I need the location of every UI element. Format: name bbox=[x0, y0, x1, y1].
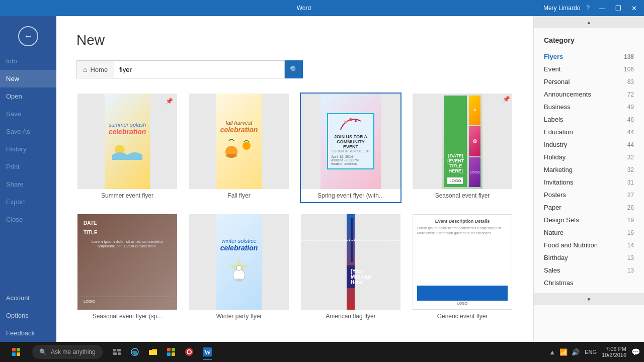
category-row-announcements[interactable]: Announcements 72 bbox=[534, 88, 644, 101]
category-name-christmas: Christmas bbox=[544, 279, 574, 287]
sidebar-item-close[interactable]: Close bbox=[0, 211, 56, 228]
template-card-seasonal2[interactable]: DATE TITLE Lorem ipsum dolor sit amet, c… bbox=[76, 213, 178, 324]
taskbar-app-task-view[interactable] bbox=[109, 344, 125, 360]
titlebar: Word Mery Limardo ? — ❐ ✕ bbox=[0, 0, 644, 16]
category-row-design-sets[interactable]: Design Sets 19 bbox=[534, 214, 644, 226]
svg-point-4 bbox=[243, 142, 251, 150]
category-row-business[interactable]: Business 49 bbox=[534, 101, 644, 113]
category-row-invitations[interactable]: Invitations 31 bbox=[534, 176, 644, 189]
svg-point-3 bbox=[225, 154, 237, 158]
category-count-personal: 83 bbox=[627, 78, 634, 85]
sidebar: ← Info New Open Save Save As History Pri… bbox=[0, 16, 56, 342]
svg-point-7 bbox=[355, 120, 357, 122]
category-name-labels: Labels bbox=[544, 116, 563, 123]
category-count-sales: 13 bbox=[627, 267, 634, 274]
sidebar-item-history[interactable]: History bbox=[0, 140, 56, 158]
sidebar-item-export[interactable]: Export bbox=[0, 193, 56, 211]
category-row-birthday[interactable]: Birthday 13 bbox=[534, 251, 644, 264]
sidebar-item-account[interactable]: Account bbox=[0, 289, 56, 307]
sidebar-item-open[interactable]: Open bbox=[0, 87, 56, 105]
taskbar-clock[interactable]: 7:06 PM 10/2/2016 bbox=[602, 346, 626, 358]
category-row-industry[interactable]: Industry 44 bbox=[534, 138, 644, 151]
template-card-spring[interactable]: JOIN US FOR A COMMUNITY EVENT LOREM IPSU… bbox=[300, 93, 401, 203]
taskbar-app-security[interactable] bbox=[181, 344, 197, 360]
sidebar-item-options[interactable]: Options bbox=[0, 307, 56, 324]
svg-rect-23 bbox=[172, 352, 175, 356]
category-row-nature[interactable]: Nature 16 bbox=[534, 226, 644, 239]
category-row-marketing[interactable]: Marketing 32 bbox=[534, 163, 644, 176]
category-name-flyers: Flyers bbox=[544, 53, 563, 60]
home-button[interactable]: ⌂ Home bbox=[76, 60, 114, 78]
category-name-event: Event bbox=[544, 65, 560, 73]
template-label-fall: Fall flyer bbox=[189, 189, 289, 202]
sidebar-item-print[interactable]: Print bbox=[0, 158, 56, 175]
template-card-fall[interactable]: fall harvest celebration bbox=[188, 93, 290, 203]
svg-rect-22 bbox=[167, 352, 171, 356]
home-icon: ⌂ bbox=[83, 65, 87, 73]
taskbar-app-store[interactable] bbox=[163, 344, 179, 360]
pin-icon-seasonal: 📌 bbox=[503, 96, 510, 103]
template-card-seasonal[interactable]: [DATE] [EVENT TITLE HERE] LOGO 🍦 � bbox=[412, 93, 513, 203]
category-row-personal[interactable]: Personal 83 bbox=[534, 75, 644, 88]
back-button[interactable]: ← bbox=[18, 26, 38, 46]
category-count-posters: 27 bbox=[627, 192, 634, 199]
taskbar-app-word[interactable]: W bbox=[199, 344, 215, 360]
category-row-sales[interactable]: Sales 13 bbox=[534, 264, 644, 277]
category-row-paper[interactable]: Paper 26 bbox=[534, 201, 644, 214]
template-label-flag: American flag flyer bbox=[301, 310, 400, 323]
taskbar-app-edge[interactable] bbox=[127, 344, 143, 360]
search-button[interactable]: 🔍 bbox=[285, 60, 303, 78]
search-input[interactable] bbox=[114, 60, 285, 78]
taskbar-app-file-explorer[interactable] bbox=[145, 344, 161, 360]
svg-point-6 bbox=[344, 121, 347, 124]
taskbar-search-box[interactable]: 🔍 Ask me anything bbox=[32, 345, 103, 359]
start-button[interactable] bbox=[4, 342, 28, 362]
restore-button[interactable]: ❐ bbox=[612, 4, 624, 13]
svg-rect-17 bbox=[117, 349, 121, 351]
category-row-flyers[interactable]: Flyers 138 bbox=[534, 50, 644, 63]
sidebar-item-new[interactable]: New bbox=[0, 70, 56, 87]
volume-icon[interactable]: 🔊 bbox=[572, 348, 580, 356]
template-label-generic: Generic event flyer bbox=[413, 310, 512, 323]
category-row-event[interactable]: Event 106 bbox=[534, 63, 644, 75]
category-count-nature: 16 bbox=[627, 229, 634, 236]
template-card-flag[interactable]: ★★★★★★★★★★★★★★★★★★★★★★★★★★★★★★★★★★★★★★★★… bbox=[300, 213, 401, 324]
category-row-labels[interactable]: Labels 46 bbox=[534, 113, 644, 126]
template-thumb-generic: Event Description Details Lorem ipsum do… bbox=[413, 214, 512, 310]
minimize-button[interactable]: — bbox=[596, 4, 608, 13]
category-row-holiday[interactable]: Holiday 32 bbox=[534, 151, 644, 163]
scroll-up-button[interactable]: ▲ bbox=[534, 16, 644, 28]
template-card-summer[interactable]: summer splash celebration 📌 Summer event… bbox=[76, 93, 178, 203]
taskbar-time: 7:06 PM bbox=[602, 346, 626, 352]
template-label-winter: Winter party flyer bbox=[189, 310, 289, 323]
template-card-generic[interactable]: Event Description Details Lorem ipsum do… bbox=[412, 213, 513, 324]
scroll-down-button[interactable]: ▼ bbox=[534, 293, 644, 305]
sidebar-item-feedback[interactable]: Feedback bbox=[0, 324, 56, 342]
sidebar-item-info[interactable]: Info bbox=[0, 52, 56, 70]
action-center-icon[interactable]: 💬 bbox=[631, 348, 640, 356]
network-icon[interactable]: 📶 bbox=[559, 348, 568, 356]
template-thumb-spring: JOIN US FOR A COMMUNITY EVENT LOREM IPSU… bbox=[301, 94, 400, 189]
sidebar-item-saveas[interactable]: Save As bbox=[0, 123, 56, 140]
category-count-marketing: 32 bbox=[627, 166, 634, 173]
taskbar: 🔍 Ask me anything bbox=[0, 342, 644, 362]
taskbar-right: ▲ 📶 🔊 ENG 7:06 PM 10/2/2016 💬 bbox=[549, 346, 640, 358]
sidebar-item-save[interactable]: Save bbox=[0, 105, 56, 123]
back-icon: ← bbox=[24, 31, 33, 42]
help-button[interactable]: ? bbox=[586, 5, 590, 12]
category-count-birthday: 13 bbox=[627, 254, 634, 261]
language-label[interactable]: ENG bbox=[585, 349, 597, 355]
category-row-food[interactable]: Food and Nutrition 14 bbox=[534, 239, 644, 251]
notification-icon[interactable]: ▲ bbox=[549, 348, 555, 356]
template-label-seasonal2: Seasonal event flyer (sp... bbox=[77, 310, 177, 323]
category-row-christmas[interactable]: Christmas bbox=[534, 277, 644, 289]
category-row-posters[interactable]: Posters 27 bbox=[534, 189, 644, 201]
taskbar-apps: W bbox=[109, 344, 215, 360]
category-name-invitations: Invitations bbox=[544, 178, 574, 186]
category-panel: ▲ Category Flyers 138 Event 106 Personal… bbox=[533, 16, 644, 342]
close-button[interactable]: ✕ bbox=[628, 4, 640, 13]
template-card-winter[interactable]: winter solstice celebration Winter p bbox=[188, 213, 290, 324]
category-row-education[interactable]: Education 44 bbox=[534, 126, 644, 138]
app-name: Word bbox=[297, 5, 311, 12]
sidebar-item-share[interactable]: Share bbox=[0, 175, 56, 193]
